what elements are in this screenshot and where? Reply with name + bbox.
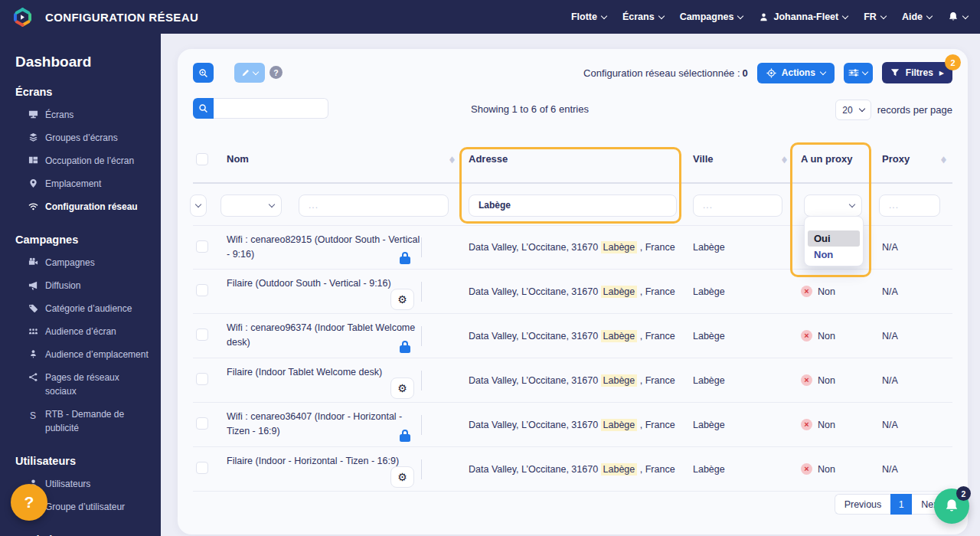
- address-suffix: , France: [637, 242, 675, 253]
- row-proxy: N/A: [882, 242, 952, 253]
- row-ville: Labège: [693, 331, 801, 342]
- row-address: Data Valley, L’Occitane, 31670 Labège , …: [469, 464, 693, 475]
- sidebar-item-rtb-demande-de-publicit-[interactable]: SRTB - Demande de publicité: [15, 403, 152, 440]
- gear-button[interactable]: ⚙: [390, 377, 414, 399]
- nom-filter-input[interactable]: [299, 194, 449, 217]
- sidebar-item-configuration-r-seau[interactable]: Configuration réseau: [15, 195, 152, 218]
- ville-filter-input[interactable]: [693, 194, 782, 217]
- sort-icon[interactable]: ◆: [782, 154, 787, 165]
- sidebar-item-emplacement[interactable]: Emplacement: [15, 172, 152, 195]
- zoom-search-button[interactable]: [193, 63, 214, 83]
- select-all-checkbox[interactable]: [196, 153, 208, 165]
- row-checkbox[interactable]: [196, 284, 208, 296]
- gear-button[interactable]: ⚙: [390, 466, 414, 488]
- sidebar-item-audience-d-cran[interactable]: Audience d’écran: [15, 320, 152, 343]
- showing-entries-text: Showing 1 to 6 of 6 entries: [407, 103, 652, 115]
- column-header-a-un-proxy: A un proxy: [801, 153, 882, 165]
- sidebar-item-occupation-de-l-cran[interactable]: Occupation de l’écran: [15, 149, 152, 172]
- app-logo-icon: [12, 7, 33, 28]
- row-ville: Labège: [693, 286, 801, 297]
- has-proxy-label: Non: [818, 420, 835, 430]
- sort-icon[interactable]: ◆: [449, 154, 455, 165]
- columns-settings-button[interactable]: [844, 63, 873, 83]
- sidebar-section-title: Utilisateurs: [15, 455, 152, 467]
- row-proxy: N/A: [882, 286, 952, 297]
- sidebar-item-label: Écrans: [45, 108, 74, 122]
- magnifier-plus-icon: [198, 68, 208, 78]
- sidebar-item-campagnes[interactable]: Campagnes: [15, 251, 152, 274]
- pin-icon: [28, 178, 38, 188]
- records-label: records per page: [877, 104, 952, 116]
- navbar-notifications[interactable]: [948, 11, 968, 22]
- bulk-filter-select[interactable]: [190, 194, 207, 217]
- dropdown-option-blank[interactable]: [808, 220, 860, 230]
- top-navbar: CONFIGURATION RÉSEAU FlotteÉcransCampagn…: [0, 0, 980, 34]
- sidebar-item-groupes-d-crans[interactable]: Groupes d’écrans: [15, 126, 152, 149]
- nav-item-label: FR: [864, 11, 877, 22]
- sidebar-item-label: Catégorie d’audience: [45, 302, 132, 315]
- sidebar-item-cat-gorie-d-audience[interactable]: Catégorie d’audience: [15, 297, 152, 320]
- row-name: Filaire (Indoor Tablet Welcome desk): [227, 365, 421, 380]
- nom-type-filter-select[interactable]: [220, 194, 282, 217]
- nav-item-flotte[interactable]: Flotte: [571, 11, 606, 22]
- chevron-down-icon: [962, 12, 969, 18]
- chevron-down-icon: [820, 68, 826, 74]
- nav-item-campagnes[interactable]: Campagnes: [680, 11, 743, 22]
- nav-item-fr[interactable]: FR: [864, 11, 886, 22]
- nav-item-label: Campagnes: [680, 11, 734, 22]
- table-row: Filaire (Indoor - Horizontal - Tizen - 1…: [193, 447, 952, 492]
- sidebar-item-pages-de-r-seaux-sociaux[interactable]: Pages de réseaux sociaux: [15, 366, 152, 403]
- dropdown-option-oui[interactable]: Oui: [808, 230, 860, 247]
- proxy-filter-input[interactable]: [879, 194, 940, 217]
- nav-item-label: Aide: [902, 11, 923, 22]
- sidebar-item--crans[interactable]: Écrans: [15, 103, 152, 126]
- edit-dropdown-button[interactable]: [234, 63, 265, 83]
- sort-icon[interactable]: ◆: [941, 154, 946, 165]
- chevron-down-icon: [926, 12, 933, 18]
- sidebar-item-label: Diffusion: [45, 279, 80, 293]
- row-checkbox[interactable]: [196, 373, 208, 385]
- current-page-button[interactable]: 1: [890, 494, 912, 515]
- help-hint-button[interactable]: ?: [270, 66, 283, 79]
- adresse-filter-input[interactable]: [469, 194, 677, 217]
- row-ville: Labège: [693, 420, 801, 430]
- search-input[interactable]: [214, 98, 328, 119]
- sidebar-item-dashboard[interactable]: Dashboard: [15, 54, 152, 70]
- address-highlight: Labège: [601, 330, 638, 342]
- address-suffix: , France: [637, 286, 675, 297]
- sidebar-section-title: Écrans: [15, 86, 152, 98]
- actions-button[interactable]: Actions: [757, 63, 835, 83]
- address-highlight: Labège: [601, 419, 638, 431]
- help-fab-button[interactable]: ?: [11, 484, 47, 521]
- layers-icon: [28, 132, 38, 142]
- table-search: [193, 98, 328, 119]
- gear-button[interactable]: ⚙: [390, 289, 414, 310]
- sidebar-item-diffusion[interactable]: Diffusion: [15, 274, 152, 297]
- column-header-adresse: Adresse: [469, 153, 693, 165]
- address-suffix: , France: [637, 375, 675, 386]
- column-header-nom: Nom ◆: [227, 153, 469, 165]
- column-label: A un proxy: [801, 153, 852, 165]
- search-button[interactable]: [193, 98, 214, 119]
- row-checkbox[interactable]: [196, 417, 208, 430]
- page-size-select[interactable]: 20: [835, 100, 871, 120]
- dropdown-option-non[interactable]: Non: [808, 247, 860, 263]
- nav-item-johanna-fleet[interactable]: Johanna-Fleet: [759, 11, 848, 22]
- row-checkbox[interactable]: [196, 462, 208, 474]
- funnel-icon: [890, 68, 900, 77]
- nav-item-aide[interactable]: Aide: [902, 11, 932, 22]
- pencil-icon: [241, 68, 250, 77]
- previous-page-button[interactable]: Previous: [835, 494, 891, 515]
- row-name: Filaire (Indoor - Horizontal - Tizen - 1…: [227, 454, 421, 469]
- sidebar-item-label: Groupes d’écrans: [45, 131, 118, 145]
- sidebar-item-audience-d-emplacement[interactable]: Audience d’emplacement: [15, 343, 152, 366]
- x-circle-icon: ×: [801, 286, 812, 297]
- row-checkbox[interactable]: [196, 328, 208, 341]
- row-checkbox[interactable]: [196, 240, 208, 253]
- proxy-flag-filter-select[interactable]: [804, 194, 862, 217]
- row-address: Data Valley, L’Occitane, 31670 Labège , …: [469, 286, 693, 297]
- filters-button[interactable]: Filtres ▶ 2: [882, 62, 952, 83]
- cell-divider: [421, 459, 422, 479]
- notifications-fab-button[interactable]: 2: [934, 489, 969, 524]
- nav-item--crans[interactable]: Écrans: [622, 11, 664, 22]
